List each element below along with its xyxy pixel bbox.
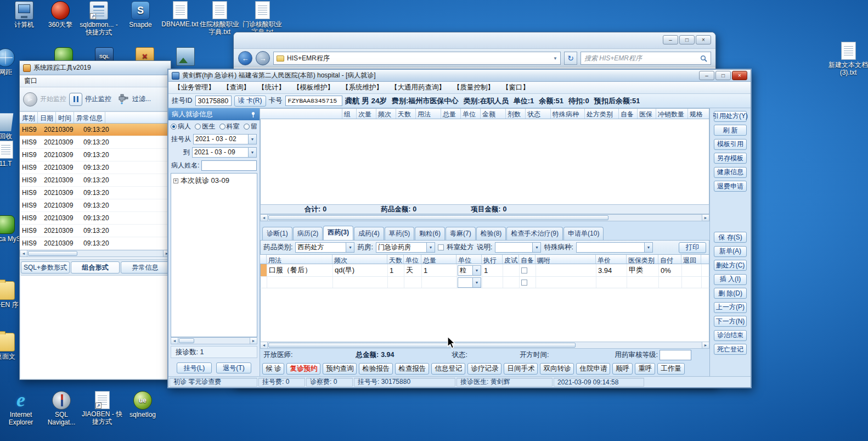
scroll-thumb[interactable] — [268, 215, 608, 220]
sidebar-button[interactable]: 健康信息 — [714, 167, 747, 178]
cell-exec[interactable]: 1 — [482, 264, 503, 276]
desktop-icon-navicat[interactable]: avica MyS — [0, 215, 22, 243]
back-button[interactable]: ← — [238, 51, 252, 65]
grid-column-header[interactable]: 组 — [342, 109, 357, 119]
grid-column-header[interactable]: 规格 — [688, 109, 709, 119]
desktop-icon-ie[interactable]: Internet Explorer — [0, 391, 42, 427]
grid-column-header[interactable]: 单位 — [404, 255, 421, 264]
filter-faucet-icon[interactable] — [117, 94, 129, 105]
audit-level-input[interactable] — [660, 350, 691, 360]
radio-option[interactable]: 病人 — [171, 122, 191, 131]
action-button[interactable]: 双向转诊 — [540, 363, 574, 375]
table-row[interactable]: HIS9 20210309 09:13:20 — [20, 212, 171, 225]
patient-name-input[interactable] — [201, 160, 257, 171]
from-date-select[interactable]: 2021 - 03 - 02 — [193, 134, 257, 144]
chevron-down-icon[interactable] — [472, 278, 481, 287]
stop-monitor-button[interactable]: 停止监控 — [85, 94, 111, 104]
scroll-left-icon[interactable] — [20, 250, 27, 256]
radio-option[interactable]: 医生 — [195, 122, 215, 131]
tracker-tab[interactable]: SQL+参数形式 — [21, 261, 70, 273]
action-button[interactable]: 候 诊 — [262, 363, 284, 375]
cell-skintest[interactable] — [503, 277, 520, 288]
start-monitor-button[interactable]: 开始监控 — [40, 94, 66, 104]
desktop-icon-dbname-txt[interactable]: DBNAME.txt — [159, 1, 201, 29]
selfprep-checkbox[interactable] — [521, 267, 527, 273]
desktop-icon-zhuyuan-txt[interactable]: 住院核酸职业 字典.txt — [199, 1, 240, 36]
desktop-icon-desktop-folder[interactable]: 桌面文 — [0, 333, 22, 361]
print-button[interactable]: 打印 — [679, 242, 706, 253]
chevron-down-icon[interactable] — [644, 243, 652, 252]
sidebar-button[interactable]: 模板引用 — [714, 139, 747, 150]
scroll-thumb[interactable] — [268, 343, 576, 348]
grid-column-header[interactable]: 自备 — [519, 255, 536, 264]
cell-frequency[interactable]: qd(早) — [333, 264, 388, 276]
sidebar-button[interactable]: 保 存(S) — [714, 232, 747, 243]
grid-column-header[interactable] — [260, 109, 342, 119]
summary-grid-body[interactable] — [260, 119, 709, 204]
table-row[interactable]: HIS9 20210309 09:13:20 — [20, 187, 171, 199]
grid-column-header[interactable]: 冲销数量 — [656, 109, 688, 119]
chevron-down-icon[interactable] — [248, 135, 256, 144]
sidebar-button[interactable]: 插 入(I) — [714, 274, 747, 285]
cell-instruction[interactable] — [536, 264, 596, 276]
refresh-button[interactable] — [564, 52, 577, 65]
cell-instruction[interactable] — [536, 277, 596, 288]
sidebar-button[interactable]: 删 除(D) — [714, 288, 747, 299]
grid-column-header[interactable]: 频次 — [376, 109, 396, 119]
grid-column-header[interactable]: 剂数 — [506, 109, 526, 119]
desktop-icon-hisemr-folder[interactable]: S+EN 序 — [0, 281, 22, 309]
tree-node-current-visit[interactable]: 本次就诊 03-09 — [173, 176, 255, 186]
grid-column-header[interactable]: 处方类别 — [585, 109, 619, 119]
menu-window[interactable]: 窗口 — [24, 76, 37, 86]
tracker-tab[interactable]: 异常信息 — [121, 261, 170, 273]
address-box[interactable]: HIS+EMR程序 — [273, 52, 561, 65]
desktop-icon-sql-navigator[interactable]: SQL Navigat... — [41, 391, 82, 427]
tree-hscrollbar[interactable] — [171, 337, 257, 344]
pin-icon[interactable] — [250, 111, 256, 118]
cell-selfpay[interactable]: 0% — [659, 264, 682, 276]
cell-insurance-type[interactable] — [627, 277, 659, 288]
rx-tab[interactable]: 检验(8) — [476, 227, 506, 240]
cell-usage[interactable]: 口服（餐后） — [267, 264, 333, 276]
table-row[interactable]: HIS9 20210309 09:13:20 — [20, 124, 171, 136]
cell-frequency[interactable] — [333, 277, 388, 288]
action-button[interactable]: 预约查询 — [323, 363, 357, 375]
scroll-right-icon[interactable] — [250, 338, 257, 344]
menu-item[interactable]: 【统计】 — [258, 83, 285, 92]
grid-column-header[interactable]: 天数 — [387, 255, 404, 264]
sidebar-button[interactable]: 另存模板 — [714, 153, 747, 164]
explorer-titlebar[interactable]: – □ × — [234, 32, 715, 49]
table-row[interactable]: HIS9 20210309 09:13:20 — [20, 174, 171, 187]
cell-days[interactable] — [388, 277, 404, 288]
desktop-icon-network[interactable]: 网距 — [0, 48, 22, 76]
scroll-right-icon[interactable] — [702, 215, 709, 221]
scroll-left-icon[interactable] — [261, 215, 268, 221]
chevron-down-icon[interactable] — [248, 148, 256, 157]
pharmacy-select[interactable]: 门急诊药房 — [376, 242, 435, 253]
cell-days[interactable]: 1 — [388, 264, 404, 276]
special-disease-select[interactable] — [576, 242, 653, 253]
tracker-titlebar[interactable]: 系统跟踪工具v2019 — [20, 61, 171, 75]
action-button[interactable]: 信息登记 — [431, 363, 465, 375]
chevron-down-icon[interactable] — [426, 243, 435, 252]
action-button[interactable]: 顺呼 — [612, 363, 633, 375]
filter-button[interactable]: 过滤... — [132, 94, 151, 104]
action-button[interactable]: 工作量 — [657, 363, 685, 375]
his-titlebar[interactable]: 黄剑辉(hjh 急诊科) 福建省第二人民医院(本部) hospital - [病… — [168, 70, 751, 82]
grid-column-header[interactable]: 自备 — [619, 109, 638, 119]
table-row[interactable]: HIS9 20210309 09:13:20 — [20, 225, 171, 237]
desktop-icon-11t[interactable]: 11.T — [0, 141, 22, 168]
rx-tab[interactable]: 诊断(1) — [262, 227, 292, 240]
close-button[interactable]: × — [696, 35, 711, 44]
grid-column-header[interactable]: 嘱咐 — [536, 255, 596, 264]
action-button[interactable]: 复诊预约 — [286, 363, 320, 375]
minimize-button[interactable]: – — [663, 35, 678, 44]
cell-total[interactable]: 1 — [422, 264, 457, 276]
action-button[interactable]: 诊疗记录 — [467, 363, 501, 375]
chevron-down-icon[interactable] — [532, 243, 540, 252]
cell-return[interactable] — [682, 277, 702, 288]
grid-column-header[interactable]: 次量 — [357, 109, 376, 119]
cell-usage[interactable] — [267, 277, 333, 288]
rx-tab[interactable]: 毒麻(7) — [446, 227, 476, 240]
menu-item[interactable]: 【大通用药查询】 — [391, 83, 446, 92]
